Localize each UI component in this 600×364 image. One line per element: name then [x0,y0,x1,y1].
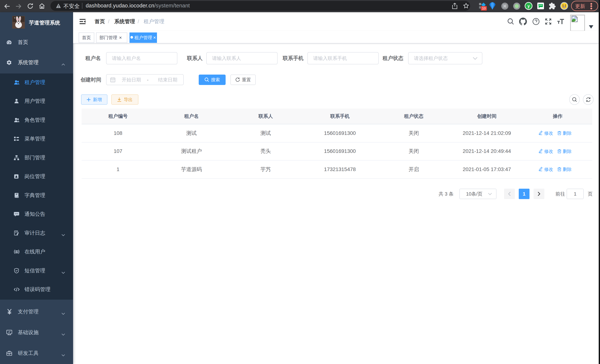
svg-text:⌘: ⌘ [503,4,507,9]
svg-text:y: y [527,4,530,8]
